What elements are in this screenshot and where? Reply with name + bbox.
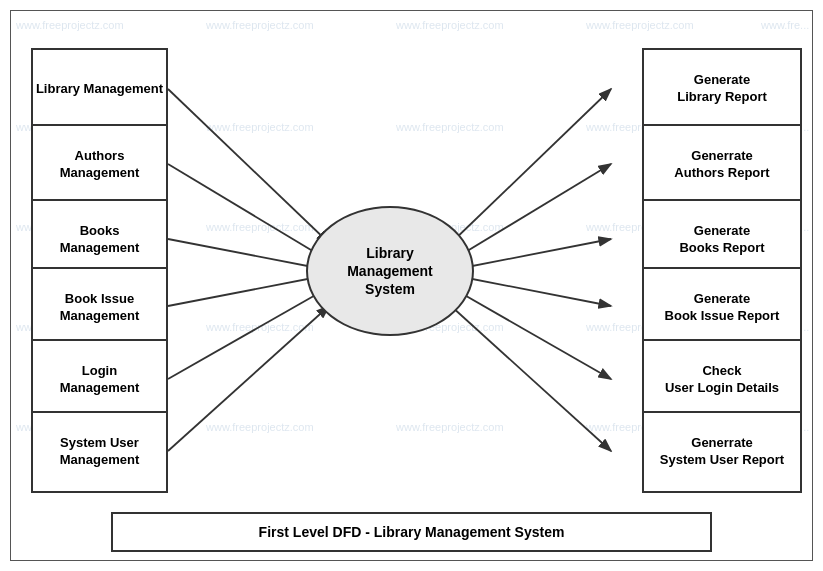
watermark: www.freeprojectz.com [206,121,314,133]
watermark: www.freeprojectz.com [396,121,504,133]
watermark: www.freeprojectz.com [206,19,314,31]
caption-box: First Level DFD - Library Management Sys… [111,512,712,552]
node-book-issue-management: Book IssueManagement [31,267,168,349]
node-library-management: Library Management [31,48,168,130]
watermark: www.freeprojectz.com [16,19,124,31]
node-check-login: CheckUser Login Details [642,339,802,421]
watermark: www.freeprojectz.com [206,221,314,233]
watermark: www.fre... [761,19,809,31]
svg-line-6 [168,306,329,451]
center-circle-lms: LibraryManagementSystem [306,206,474,336]
svg-line-12 [451,306,611,451]
svg-line-10 [457,276,611,306]
svg-line-9 [457,239,611,269]
watermark: www.freeprojectz.com [396,19,504,31]
svg-line-8 [454,164,611,259]
diagram-container: www.freeprojectz.com www.freeprojectz.co… [10,10,813,561]
node-system-user-management: System UserManagement [31,411,168,493]
node-login-management: LoginManagement [31,339,168,421]
watermark: www.freeprojectz.com [586,19,694,31]
node-authors-management: AuthorsManagement [31,124,168,206]
node-gen-library-report: GenerateLibrary Report [642,48,802,130]
watermark: www.freeprojectz.com [206,421,314,433]
svg-line-3 [168,239,323,269]
svg-line-4 [168,276,323,306]
node-gen-issue-report: GenerateBook Issue Report [642,267,802,349]
watermark: www.freeprojectz.com [396,421,504,433]
svg-line-11 [454,289,611,379]
svg-line-5 [168,289,326,379]
svg-line-2 [168,164,326,259]
svg-line-7 [451,89,611,243]
watermark: www.freeprojectz.com [206,321,314,333]
node-gen-sysuser-report: GenerrateSystem User Report [642,411,802,493]
node-gen-authors-report: GenerrateAuthors Report [642,124,802,206]
svg-line-1 [168,89,329,243]
